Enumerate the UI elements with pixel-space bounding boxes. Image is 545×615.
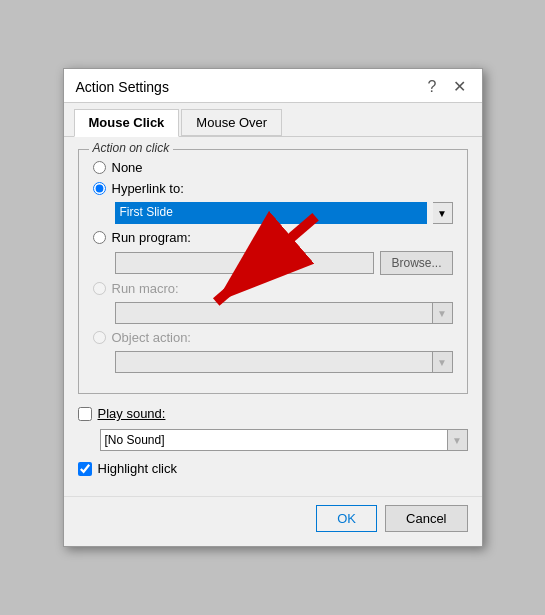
object-action-label[interactable]: Object action:	[112, 330, 192, 345]
tabs-bar: Mouse Click Mouse Over	[64, 103, 482, 137]
hyperlink-input-row: First Slide ▼	[115, 202, 453, 224]
close-button[interactable]: ✕	[449, 77, 470, 96]
object-action-select-wrapper: ▼	[115, 351, 453, 373]
run-macro-dropdown-btn[interactable]: ▼	[433, 302, 453, 324]
run-program-label[interactable]: Run program:	[112, 230, 191, 245]
action-settings-dialog: Action Settings ? ✕ Mouse Click Mouse Ov…	[63, 68, 483, 547]
play-sound-row: Play sound:	[78, 406, 468, 421]
tab-mouse-over[interactable]: Mouse Over	[181, 109, 282, 136]
dialog-body: Action on click None Hyperlink to: First…	[64, 137, 482, 496]
play-sound-dropdown-btn[interactable]: ▼	[448, 429, 468, 451]
run-macro-input	[115, 302, 433, 324]
title-bar-controls: ? ✕	[424, 77, 470, 96]
hyperlink-radio[interactable]	[93, 182, 106, 195]
browse-button[interactable]: Browse...	[380, 251, 452, 275]
hyperlink-dropdown-btn[interactable]: ▼	[433, 202, 453, 224]
cancel-button[interactable]: Cancel	[385, 505, 467, 532]
title-bar: Action Settings ? ✕	[64, 69, 482, 103]
dialog-title: Action Settings	[76, 79, 169, 95]
object-action-dropdown-btn[interactable]: ▼	[433, 351, 453, 373]
run-program-input-row: Browse...	[115, 251, 453, 275]
run-macro-label[interactable]: Run macro:	[112, 281, 179, 296]
none-radio[interactable]	[93, 161, 106, 174]
action-on-click-group: Action on click None Hyperlink to: First…	[78, 149, 468, 394]
object-action-radio-row: Object action:	[93, 330, 453, 345]
tab-mouse-click[interactable]: Mouse Click	[74, 109, 180, 137]
highlight-click-row: Highlight click	[78, 461, 468, 476]
play-sound-select-wrapper: ▼	[100, 429, 468, 451]
hyperlink-radio-row: Hyperlink to:	[93, 181, 453, 196]
none-label[interactable]: None	[112, 160, 143, 175]
none-radio-row: None	[93, 160, 453, 175]
highlight-click-checkbox[interactable]	[78, 462, 92, 476]
play-sound-checkbox[interactable]	[78, 407, 92, 421]
object-action-radio[interactable]	[93, 331, 106, 344]
help-button[interactable]: ?	[424, 78, 441, 96]
group-label: Action on click	[89, 141, 174, 155]
run-macro-radio-row: Run macro:	[93, 281, 453, 296]
play-sound-label[interactable]: Play sound:	[98, 406, 166, 421]
run-macro-radio[interactable]	[93, 282, 106, 295]
play-sound-value[interactable]	[100, 429, 448, 451]
ok-button[interactable]: OK	[316, 505, 377, 532]
bottom-buttons: OK Cancel	[64, 496, 482, 546]
run-program-input[interactable]	[115, 252, 375, 274]
run-program-radio[interactable]	[93, 231, 106, 244]
run-macro-select-wrapper: ▼	[115, 302, 453, 324]
hyperlink-value[interactable]: First Slide	[115, 202, 427, 224]
group-inner: None Hyperlink to: First Slide ▼ Run pro…	[93, 160, 453, 373]
object-action-input	[115, 351, 433, 373]
run-program-radio-row: Run program:	[93, 230, 453, 245]
hyperlink-label[interactable]: Hyperlink to:	[112, 181, 184, 196]
highlight-click-label[interactable]: Highlight click	[98, 461, 177, 476]
